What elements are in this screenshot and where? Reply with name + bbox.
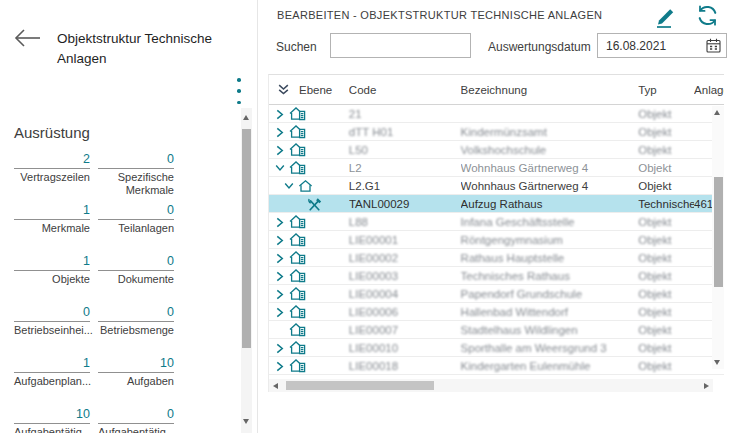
house-doc-icon <box>289 161 306 175</box>
search-input[interactable] <box>330 33 471 58</box>
expand-chevron-icon[interactable] <box>275 145 285 155</box>
stats-grid: 2Vertragszeilen0Spezifische Merkmale1Mer… <box>14 152 174 433</box>
expand-chevron-icon[interactable] <box>275 361 285 371</box>
table-horizontal-scrollbar[interactable] <box>269 379 713 392</box>
cue-value[interactable]: 1 <box>14 356 90 373</box>
expand-chevron-icon[interactable] <box>275 271 285 281</box>
table-row-TANL00029[interactable]: TANL00029Aufzug RathausTechnische...461. <box>269 195 724 213</box>
scroll-left-icon[interactable] <box>273 383 278 389</box>
scroll-right-icon[interactable] <box>704 383 709 389</box>
cue-value[interactable]: 1 <box>14 254 90 271</box>
table-row-LIE00006[interactable]: LIE00006Hallenbad WittendorfObjekt <box>269 303 724 321</box>
bezeichnung-cell: Stadtelhaus Wildlingen <box>461 324 639 336</box>
bezeichnung-cell: Infana Geschäftsstelle <box>461 216 639 228</box>
column-header-anlage[interactable]: Anlage <box>694 84 724 96</box>
table-vertical-scrollbar[interactable] <box>712 106 724 369</box>
column-header-typ[interactable]: Typ <box>638 84 694 96</box>
table-row-LIE00004[interactable]: LIE00004Papendorf GrundschuleObjekt <box>269 285 724 303</box>
cue-label: Spezifische Merkmale <box>98 169 174 197</box>
cue-value[interactable]: 10 <box>14 407 90 424</box>
expand-chevron-icon[interactable] <box>275 109 285 119</box>
date-field[interactable] <box>597 33 727 58</box>
cue-value[interactable]: 0 <box>14 305 90 322</box>
column-header-ebene[interactable]: Ebene <box>299 84 332 96</box>
typ-cell: Objekt <box>638 144 694 156</box>
table-row-dTT H01[interactable]: dTT H01KindermünzsamtObjekt <box>269 123 724 141</box>
cue-value[interactable]: 0 <box>98 152 174 169</box>
cue-value[interactable]: 0 <box>98 305 174 322</box>
refresh-button[interactable] <box>695 3 721 29</box>
cue-value[interactable]: 2 <box>14 152 90 169</box>
cue-stat-4: 1Objekte <box>14 254 90 286</box>
edit-button[interactable] <box>653 3 679 29</box>
code-cell: L88 <box>349 216 461 228</box>
tree-cell <box>269 287 349 301</box>
date-input[interactable] <box>598 39 705 53</box>
expand-chevron-icon[interactable] <box>275 127 285 137</box>
expand-chevron-icon[interactable] <box>275 253 285 263</box>
table-row-LIE00002[interactable]: LIE00002Rathaus HauptstelleObjekt <box>269 249 724 267</box>
code-cell: dTT H01 <box>349 126 461 138</box>
expand-chevron-icon[interactable] <box>275 307 285 317</box>
expand-chevron-icon[interactable] <box>275 235 285 245</box>
scroll-down-icon[interactable] <box>714 360 720 365</box>
table-row-L50[interactable]: L50VolkshochschuleObjekt <box>269 141 724 159</box>
expand-chevron-icon[interactable] <box>275 217 285 227</box>
back-button[interactable] <box>13 27 41 49</box>
more-options-button[interactable] <box>234 78 244 104</box>
column-header-code[interactable]: Code <box>349 84 461 96</box>
scroll-up-icon[interactable] <box>243 115 249 120</box>
cue-value[interactable]: 0 <box>98 203 174 220</box>
table-row-L88[interactable]: L88Infana GeschäftsstelleObjekt <box>269 213 724 231</box>
table-row-LIE00018[interactable]: LIE00018Kindergarten EulenmühleObjekt <box>269 357 724 375</box>
collapse-chevron-icon[interactable] <box>275 163 285 173</box>
left-panel-scrollbar[interactable] <box>241 108 252 433</box>
typ-cell: Objekt <box>638 162 694 174</box>
horizontal-scrollbar-thumb[interactable] <box>286 381 434 390</box>
bezeichnung-cell: Wohnhaus Gärtnerweg 4 <box>461 180 639 192</box>
house-doc-icon <box>289 359 306 373</box>
table-row-21[interactable]: 21Objekt <box>269 105 724 123</box>
scroll-down-icon[interactable] <box>243 419 249 424</box>
typ-cell: Objekt <box>638 216 694 228</box>
code-cell: LIE00018 <box>349 360 461 372</box>
table-row-LIE00010[interactable]: LIE00010Sporthalle am Weersgrund 3Objekt <box>269 339 724 357</box>
house-icon <box>298 179 315 193</box>
table-row-LIE00001[interactable]: LIE00001RöntgengymnasiumObjekt <box>269 231 724 249</box>
table-row-L2[interactable]: L2Wohnhaus Gärtnerweg 4Objekt <box>269 159 724 177</box>
expand-chevron-icon[interactable] <box>275 343 285 353</box>
table-row-L2.G1[interactable]: L2.G1Wohnhaus Gärtnerweg 4Objekt <box>269 177 724 195</box>
house-doc-icon <box>289 215 306 229</box>
left-scrollbar-thumb[interactable] <box>242 129 251 348</box>
table-row-LIE00003[interactable]: LIE00003Technisches RathausObjekt <box>269 267 724 285</box>
scroll-up-icon[interactable] <box>714 110 720 115</box>
tree-cell <box>269 215 349 229</box>
column-header-bezeichnung[interactable]: Bezeichnung <box>461 84 639 96</box>
cue-stat-9: 10Aufgaben <box>98 356 174 388</box>
typ-cell: Objekt <box>638 234 694 246</box>
table-row-LIE00007[interactable]: LIE00007Stadtelhaus WildlingenObjekt <box>269 321 724 339</box>
cue-label: Aufgabenplan... <box>14 373 90 388</box>
code-cell: 21 <box>349 108 461 120</box>
collapse-all-icon[interactable] <box>277 83 290 96</box>
vertical-scrollbar-thumb[interactable] <box>714 177 723 287</box>
tree-cell <box>269 125 349 139</box>
expand-chevron-icon[interactable] <box>275 289 285 299</box>
code-cell: LIE00004 <box>349 288 461 300</box>
bezeichnung-cell: Sporthalle am Weersgrund 3 <box>461 342 639 354</box>
cue-value[interactable]: 10 <box>98 356 174 373</box>
code-cell: LIE00002 <box>349 252 461 264</box>
cue-value[interactable]: 0 <box>98 254 174 271</box>
collapse-chevron-icon[interactable] <box>284 181 294 191</box>
back-arrow-icon <box>13 27 41 49</box>
cue-label: Merkmale <box>14 220 90 235</box>
cue-value[interactable]: 0 <box>98 407 174 424</box>
cue-label: Dokumente <box>98 271 174 286</box>
cue-value[interactable]: 1 <box>14 203 90 220</box>
tree-cell <box>269 251 349 265</box>
code-cell: LIE00007 <box>349 324 461 336</box>
chevron-placeholder <box>293 199 303 209</box>
calendar-icon[interactable] <box>705 37 722 54</box>
typ-cell: Objekt <box>638 180 694 192</box>
cue-stat-11: 0Aufgabentätig... <box>98 407 174 433</box>
